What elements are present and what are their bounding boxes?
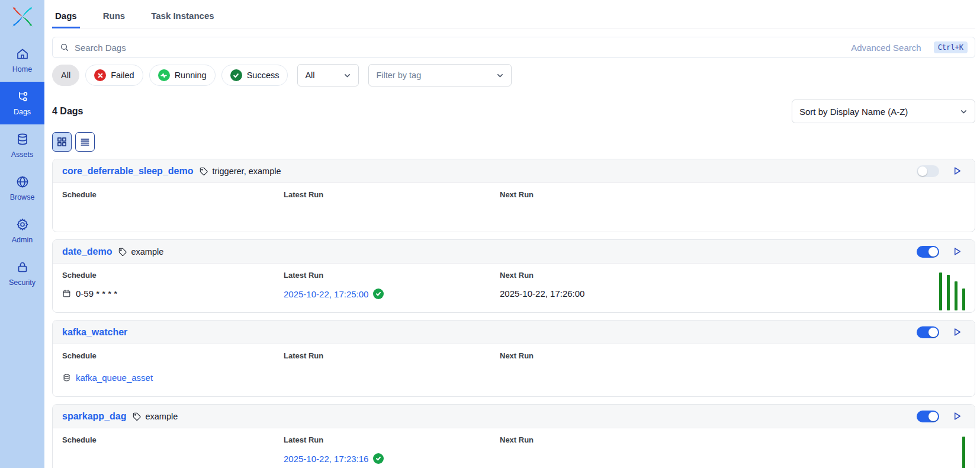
trigger-dag-button[interactable] xyxy=(951,326,963,338)
toggle-knob xyxy=(918,166,927,176)
schedule-text: 0-59 * * * * xyxy=(76,289,117,299)
dag-name-link[interactable]: kafka_watcher xyxy=(62,327,127,338)
schedule-label: Schedule xyxy=(62,271,284,280)
latest-run-label: Latest Run xyxy=(284,435,500,444)
chip-label: Running xyxy=(175,70,207,80)
sidebar-item-admin[interactable]: Admin xyxy=(0,210,44,252)
dag-card-header: kafka_watcher xyxy=(53,320,975,344)
tab-task-instances[interactable]: Task Instances xyxy=(148,8,217,28)
run-bar[interactable] xyxy=(962,289,965,310)
latest-run-value: 2025-10-22, 17:25:00 xyxy=(284,289,500,299)
list-icon xyxy=(80,137,90,147)
tab-runs[interactable]: Runs xyxy=(100,8,128,28)
state-chip-success[interactable]: Success xyxy=(221,65,288,86)
trigger-dag-button[interactable] xyxy=(951,246,963,258)
dag-card-header: date_demo example xyxy=(53,240,975,264)
advanced-search-link[interactable]: Advanced Search xyxy=(851,43,921,53)
asset-link[interactable]: kafka_queue_asset xyxy=(76,373,153,383)
schedule-column: Schedule xyxy=(62,190,284,232)
dag-name-link[interactable]: date_demo xyxy=(62,246,112,257)
sort-select[interactable]: Sort by Display Name (A-Z) xyxy=(792,100,975,123)
list-view-button[interactable] xyxy=(75,132,95,152)
dag-enable-toggle[interactable] xyxy=(917,246,939,258)
run-success-badge xyxy=(373,453,384,464)
tab-dags[interactable]: Dags xyxy=(52,8,80,28)
recent-runs-bar-chart xyxy=(962,437,965,468)
lock-icon xyxy=(15,260,30,274)
main-content: Dags Runs Task Instances Advanced Search… xyxy=(44,0,980,468)
sidebar-item-security[interactable]: Security xyxy=(0,252,44,295)
globe-icon xyxy=(15,175,30,189)
dag-card-header: core_deferrable_sleep_demo triggerer, ex… xyxy=(53,159,975,183)
dag-tags: example xyxy=(132,412,178,421)
play-icon xyxy=(952,411,962,421)
check-icon xyxy=(375,291,381,297)
dag-tag-text: example xyxy=(145,412,178,421)
trigger-dag-button[interactable] xyxy=(951,165,963,177)
next-run-column: Next Run xyxy=(500,435,965,468)
next-run-label: Next Run xyxy=(500,435,965,444)
sidebar-item-label: Security xyxy=(9,278,36,287)
sidebar-item-assets[interactable]: Assets xyxy=(0,124,44,167)
run-bar[interactable] xyxy=(962,437,965,468)
search-bar: Advanced Search Ctrl+K xyxy=(52,37,975,58)
select-value: Sort by Display Name (A-Z) xyxy=(799,107,908,117)
dag-name-link[interactable]: sparkapp_dag xyxy=(62,411,126,422)
run-bar[interactable] xyxy=(955,281,957,310)
recent-runs-bar-chart xyxy=(939,273,965,310)
next-run-label: Next Run xyxy=(500,271,965,280)
run-bar[interactable] xyxy=(947,275,950,310)
shortcut-badge: Ctrl+K xyxy=(934,41,968,53)
paused-filter-select[interactable]: All xyxy=(297,64,359,86)
play-icon xyxy=(952,327,962,337)
next-run-column: Next Run xyxy=(500,351,965,396)
dag-actions xyxy=(917,246,965,258)
schedule-value: kafka_queue_asset xyxy=(62,373,284,383)
schedule-column: Schedule 0-59 * * * * xyxy=(62,271,284,312)
chip-label: Failed xyxy=(111,70,134,80)
run-bar[interactable] xyxy=(939,273,942,310)
next-run-column: Next Run xyxy=(500,190,965,232)
grid-icon xyxy=(57,137,67,147)
sidebar-item-label: Browse xyxy=(10,193,35,201)
sidebar-item-label: Dags xyxy=(14,108,31,116)
next-run-text: 2025-10-22, 17:26:00 xyxy=(500,289,584,299)
run-success-badge xyxy=(373,289,384,299)
airflow-logo[interactable] xyxy=(9,4,36,30)
dag-enable-toggle[interactable] xyxy=(917,326,939,338)
schedule-label: Schedule xyxy=(62,435,284,444)
play-icon xyxy=(952,166,962,176)
dag-card: kafka_watcher Schedule kafka_queue_asset xyxy=(52,320,975,397)
toggle-knob xyxy=(928,328,938,337)
state-chip-failed[interactable]: Failed xyxy=(85,65,143,86)
sidebar-item-dags[interactable]: Dags xyxy=(0,82,44,124)
latest-run-link[interactable]: 2025-10-22, 17:23:16 xyxy=(284,454,368,464)
failed-icon xyxy=(94,69,106,81)
dag-icon xyxy=(15,89,30,104)
sidebar-item-home[interactable]: Home xyxy=(0,39,44,82)
state-chip-running[interactable]: Running xyxy=(149,65,216,86)
card-view-button[interactable] xyxy=(52,132,72,152)
dag-card-body: Schedule Latest Run Next Run xyxy=(53,183,975,232)
tag-icon xyxy=(118,247,127,257)
state-chip-all[interactable]: All xyxy=(52,65,79,86)
schedule-label: Schedule xyxy=(62,351,284,360)
dag-name-link[interactable]: core_deferrable_sleep_demo xyxy=(62,166,193,177)
trigger-dag-button[interactable] xyxy=(951,411,963,422)
schedule-value: 0-59 * * * * xyxy=(62,289,284,299)
search-icon xyxy=(60,43,69,52)
tag-filter-select[interactable]: Filter by tag xyxy=(368,64,512,86)
dag-card-body: Schedule Latest Run 2025-10-22, 17:23:16… xyxy=(53,428,975,468)
sidebar-item-browse[interactable]: Browse xyxy=(0,167,44,210)
dag-enable-toggle[interactable] xyxy=(917,411,939,422)
sidebar-item-label: Admin xyxy=(12,236,33,244)
dag-count: 4 Dags xyxy=(52,106,83,117)
schedule-column: Schedule kafka_queue_asset xyxy=(62,351,284,396)
tag-icon xyxy=(132,412,142,421)
calendar-icon xyxy=(62,289,71,298)
latest-run-link[interactable]: 2025-10-22, 17:25:00 xyxy=(284,289,368,299)
search-input[interactable] xyxy=(75,43,846,53)
latest-run-label: Latest Run xyxy=(284,190,500,199)
dag-enable-toggle[interactable] xyxy=(917,165,939,177)
dag-card-header: sparkapp_dag example xyxy=(53,405,975,428)
